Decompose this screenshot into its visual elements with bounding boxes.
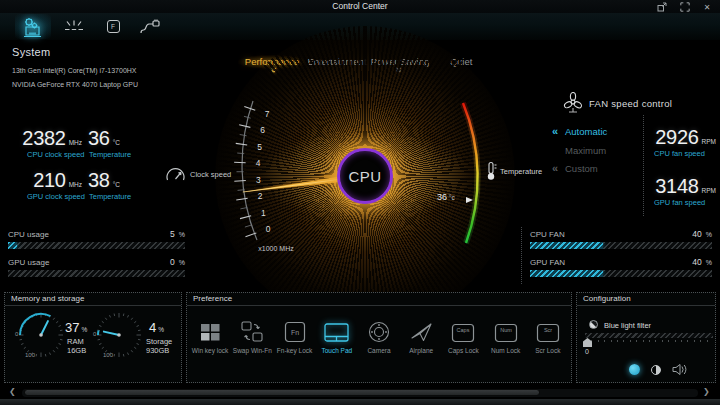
nav-usb-devices-tab[interactable] — [132, 14, 168, 39]
scr-lock-key-icon: Scr — [536, 309, 560, 343]
pref-num-lock[interactable]: Num Num Lock — [485, 309, 527, 379]
pref-caps-lock[interactable]: Caps Caps Lock — [442, 309, 484, 379]
gpu-clock-value: 210 — [33, 169, 65, 192]
speedometer-icon — [165, 166, 186, 182]
ram-dial-min: 0 — [15, 331, 18, 337]
system-gears-icon — [21, 16, 45, 38]
restore-icon — [657, 2, 667, 12]
storage-dial-max: 100 — [103, 352, 113, 358]
preference-panel-title: Preference — [187, 293, 571, 306]
cpu-fan-bar — [530, 242, 712, 249]
tab-entertainment[interactable]: Entertainment — [306, 55, 368, 69]
gauge-tick-label: 4 — [256, 158, 261, 168]
fullscreen-button[interactable] — [679, 2, 691, 12]
svg-text:Num: Num — [500, 327, 512, 333]
pref-swap-win-fn[interactable]: Swap Win-Fn — [231, 309, 273, 379]
gpu-fan-bar-label: GPU FAN — [530, 258, 565, 267]
gpu-temp-metric: 38 °C — [88, 169, 120, 192]
storage-percent: 4% — [149, 320, 164, 335]
fullscreen-icon — [680, 2, 690, 12]
cpu-fan-speed-metric: 2926 RPM — [630, 126, 716, 149]
fan-mode-label: Custom — [565, 163, 598, 174]
num-lock-key-icon: Num — [494, 309, 518, 343]
gpu-temp-label: Temperature — [89, 192, 131, 201]
window-title: Control Center — [0, 0, 720, 13]
nav-function-key-tab[interactable]: F — [95, 14, 131, 39]
gpu-usage-bar — [8, 270, 185, 277]
power-saving-expand-chevron-icon[interactable]: « — [391, 63, 405, 77]
pref-airplane[interactable]: Airplane — [400, 309, 442, 379]
control-center-window: Control Center ✕ — [0, 0, 720, 405]
cpu-fan-unit: RPM — [702, 138, 716, 145]
gpu-fan-value: 3148 — [655, 175, 698, 198]
restore-window-button[interactable] — [656, 2, 668, 12]
horizontal-scrollbar-thumb[interactable] — [24, 389, 540, 396]
gpu-temp-value: 38 — [88, 169, 110, 192]
blue-light-tab-icon[interactable] — [629, 364, 640, 375]
memory-storage-panel: Memory and storage 37% RAM 16GB 0 100 4%… — [4, 292, 182, 383]
svg-text:Scr: Scr — [544, 327, 552, 333]
gauge-tick-label: 6 — [260, 125, 265, 135]
scroll-left-arrow[interactable]: ❮ — [9, 387, 16, 396]
storage-capacity: 930GB — [146, 346, 169, 355]
chevron-left-double-icon: « — [552, 162, 565, 174]
fan-mode-maximum[interactable]: Maximum — [552, 142, 606, 158]
fan-mode-automatic[interactable]: « Automatic — [552, 123, 607, 139]
gauge-tick-label: 2 — [258, 191, 263, 201]
gpu-usage-row: GPU usage 0% — [8, 257, 185, 267]
pref-scr-lock[interactable]: Scr Scr Lock — [527, 309, 569, 379]
gpu-clock-metric: 210 MHz — [20, 169, 82, 192]
cpu-clock-value: 2382 — [22, 127, 65, 150]
gpu-fan-bar-value: 40% — [692, 257, 712, 267]
cpu-clock-unit: MHz — [69, 139, 82, 146]
configuration-panel: Configuration Blue light filter 0 — [576, 292, 716, 383]
temperature-caption: Temperature — [485, 161, 542, 181]
configuration-panel-title: Configuration — [577, 293, 715, 306]
gpu-usage-value: 0% — [170, 257, 185, 267]
fan-mode-custom[interactable]: « Custom — [552, 160, 598, 176]
svg-text:Caps: Caps — [457, 327, 470, 333]
bottom-edge-strip — [0, 399, 720, 405]
volume-tab-icon[interactable] — [672, 363, 687, 376]
gpu-fan-bar — [530, 270, 712, 277]
cpu-fan-bar-value: 40% — [692, 229, 712, 239]
gauge-tick-label: 5 — [257, 142, 262, 152]
gpu-fan-speed-metric: 3148 RPM — [630, 175, 716, 198]
fan-mode-label: Automatic — [565, 126, 607, 137]
clock-gauge-arc — [242, 101, 257, 240]
nav-system-monitor-tab[interactable] — [15, 14, 51, 39]
fan-speed-control-heading: FAN speed control — [562, 92, 672, 114]
cpu-temp-label: Temperature — [89, 150, 131, 159]
blue-light-slider-ticks — [585, 340, 713, 342]
pref-fn-key-lock[interactable]: Fn Fn-key Lock — [273, 309, 315, 379]
blue-light-slider-track[interactable] — [585, 333, 713, 338]
cpu-usage-label: CPU usage — [8, 230, 49, 239]
tab-quiet[interactable]: Quiet — [443, 55, 479, 69]
airplane-icon — [410, 309, 433, 343]
temp-pointer-value: 36 — [437, 192, 447, 202]
camera-icon — [368, 309, 390, 343]
blue-light-filter-label: Blue light filter — [604, 321, 651, 330]
f-key-icon: F — [107, 20, 120, 33]
pref-win-key-lock[interactable]: Win key lock — [189, 309, 231, 379]
performance-expand-chevron-icon[interactable]: « — [266, 63, 280, 77]
cpu-usage-value: 5% — [170, 229, 185, 239]
scroll-right-arrow[interactable]: ❯ — [703, 387, 710, 396]
fan-speed-control-label: FAN speed control — [589, 98, 672, 109]
cpu-temp-unit: °C — [113, 139, 120, 146]
pref-touch-pad[interactable]: Touch Pad — [316, 309, 358, 379]
cpu-fan-label: CPU fan speed — [654, 149, 705, 158]
ram-capacity: 16GB — [67, 346, 86, 355]
cpu-usage-row: CPU usage 5% — [8, 229, 185, 239]
system-heading: System — [12, 46, 50, 58]
ram-percent: 37% — [65, 320, 87, 335]
gauge-tick-label: 0 — [266, 224, 271, 234]
nav-keyboard-backlight-tab[interactable] — [56, 14, 92, 39]
pref-camera[interactable]: Camera — [358, 309, 400, 379]
fan-mode-label: Maximum — [565, 145, 606, 156]
svg-text:Fn: Fn — [290, 329, 298, 336]
close-button[interactable]: ✕ — [701, 2, 713, 12]
blue-light-slider-value: 0 — [585, 348, 589, 355]
storage-label: Storage — [146, 337, 172, 346]
brightness-tab-icon[interactable] — [651, 365, 661, 375]
